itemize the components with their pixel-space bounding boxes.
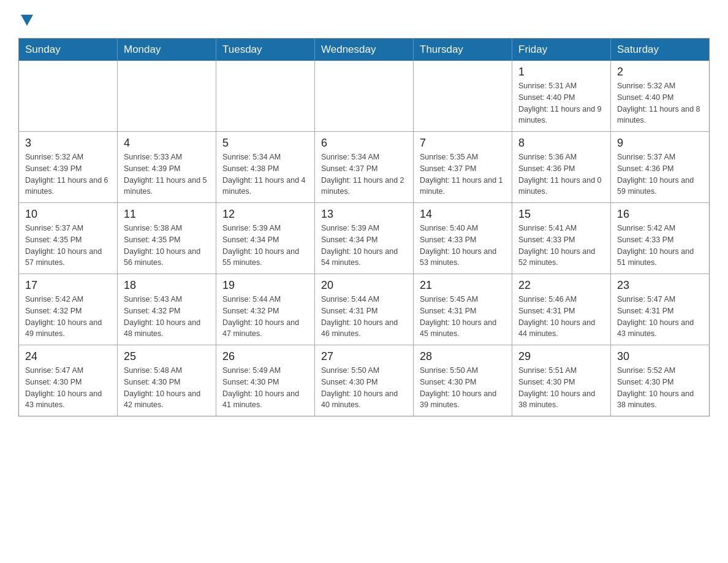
calendar-cell: 15Sunrise: 5:41 AMSunset: 4:33 PMDayligh… [512,203,611,274]
logo [18,12,33,26]
weekday-header-thursday: Thursday [414,39,512,61]
day-info: Sunrise: 5:48 AMSunset: 4:30 PMDaylight:… [124,365,210,411]
calendar-cell: 16Sunrise: 5:42 AMSunset: 4:33 PMDayligh… [611,203,710,274]
calendar-cell: 30Sunrise: 5:52 AMSunset: 4:30 PMDayligh… [611,345,710,416]
day-info: Sunrise: 5:34 AMSunset: 4:38 PMDaylight:… [222,151,308,197]
day-number: 26 [222,350,308,363]
day-number: 3 [25,137,111,150]
day-number: 7 [420,137,506,150]
calendar-cell: 29Sunrise: 5:51 AMSunset: 4:30 PMDayligh… [512,345,611,416]
calendar-cell [19,61,118,132]
calendar-cell: 24Sunrise: 5:47 AMSunset: 4:30 PMDayligh… [19,345,118,416]
day-number: 27 [321,350,407,363]
calendar-cell: 28Sunrise: 5:50 AMSunset: 4:30 PMDayligh… [414,345,512,416]
calendar-cell: 11Sunrise: 5:38 AMSunset: 4:35 PMDayligh… [118,203,216,274]
weekday-header-sunday: Sunday [19,39,118,61]
logo-triangle-icon [21,15,33,26]
calendar-week-row: 10Sunrise: 5:37 AMSunset: 4:35 PMDayligh… [19,203,710,274]
day-number: 6 [321,137,407,150]
calendar-cell: 13Sunrise: 5:39 AMSunset: 4:34 PMDayligh… [315,203,414,274]
calendar-cell: 23Sunrise: 5:47 AMSunset: 4:31 PMDayligh… [611,274,710,345]
day-number: 1 [518,66,604,79]
calendar-cell: 9Sunrise: 5:37 AMSunset: 4:36 PMDaylight… [611,132,710,203]
calendar-cell: 27Sunrise: 5:50 AMSunset: 4:30 PMDayligh… [315,345,414,416]
day-number: 14 [420,208,506,221]
day-info: Sunrise: 5:35 AMSunset: 4:37 PMDaylight:… [420,151,506,197]
day-number: 28 [420,350,506,363]
calendar-cell: 1Sunrise: 5:31 AMSunset: 4:40 PMDaylight… [512,61,611,132]
calendar-cell: 6Sunrise: 5:34 AMSunset: 4:37 PMDaylight… [315,132,414,203]
calendar-cell: 21Sunrise: 5:45 AMSunset: 4:31 PMDayligh… [414,274,512,345]
weekday-header-row: SundayMondayTuesdayWednesdayThursdayFrid… [19,39,710,61]
calendar-cell [216,61,315,132]
calendar-cell: 26Sunrise: 5:49 AMSunset: 4:30 PMDayligh… [216,345,315,416]
day-info: Sunrise: 5:50 AMSunset: 4:30 PMDaylight:… [321,365,407,411]
day-number: 29 [518,350,604,363]
weekday-header-wednesday: Wednesday [315,39,414,61]
calendar-cell [315,61,414,132]
day-number: 22 [518,279,604,292]
weekday-header-monday: Monday [118,39,216,61]
calendar-cell: 4Sunrise: 5:33 AMSunset: 4:39 PMDaylight… [118,132,216,203]
day-number: 20 [321,279,407,292]
calendar-cell: 8Sunrise: 5:36 AMSunset: 4:36 PMDaylight… [512,132,611,203]
calendar-cell [118,61,216,132]
calendar-cell: 17Sunrise: 5:42 AMSunset: 4:32 PMDayligh… [19,274,118,345]
day-info: Sunrise: 5:39 AMSunset: 4:34 PMDaylight:… [321,223,407,269]
calendar-cell: 25Sunrise: 5:48 AMSunset: 4:30 PMDayligh… [118,345,216,416]
day-number: 23 [617,279,703,292]
day-info: Sunrise: 5:31 AMSunset: 4:40 PMDaylight:… [518,80,604,126]
day-number: 2 [617,66,703,79]
day-number: 18 [124,279,210,292]
day-info: Sunrise: 5:37 AMSunset: 4:36 PMDaylight:… [617,151,703,197]
day-info: Sunrise: 5:42 AMSunset: 4:33 PMDaylight:… [617,223,703,269]
day-info: Sunrise: 5:52 AMSunset: 4:30 PMDaylight:… [617,365,703,411]
day-info: Sunrise: 5:51 AMSunset: 4:30 PMDaylight:… [518,365,604,411]
calendar-cell: 7Sunrise: 5:35 AMSunset: 4:37 PMDaylight… [414,132,512,203]
day-number: 4 [124,137,210,150]
day-info: Sunrise: 5:44 AMSunset: 4:32 PMDaylight:… [222,294,308,340]
calendar-cell: 2Sunrise: 5:32 AMSunset: 4:40 PMDaylight… [611,61,710,132]
day-number: 8 [518,137,604,150]
calendar-cell: 14Sunrise: 5:40 AMSunset: 4:33 PMDayligh… [414,203,512,274]
calendar-cell: 3Sunrise: 5:32 AMSunset: 4:39 PMDaylight… [19,132,118,203]
day-number: 9 [617,137,703,150]
day-info: Sunrise: 5:34 AMSunset: 4:37 PMDaylight:… [321,151,407,197]
calendar-cell: 10Sunrise: 5:37 AMSunset: 4:35 PMDayligh… [19,203,118,274]
day-number: 10 [25,208,111,221]
page-header [18,12,710,26]
day-number: 24 [25,350,111,363]
day-number: 30 [617,350,703,363]
day-info: Sunrise: 5:49 AMSunset: 4:30 PMDaylight:… [222,365,308,411]
calendar-cell: 5Sunrise: 5:34 AMSunset: 4:38 PMDaylight… [216,132,315,203]
day-number: 25 [124,350,210,363]
day-number: 12 [222,208,308,221]
day-info: Sunrise: 5:42 AMSunset: 4:32 PMDaylight:… [25,294,111,340]
day-info: Sunrise: 5:50 AMSunset: 4:30 PMDaylight:… [420,365,506,411]
calendar-week-row: 24Sunrise: 5:47 AMSunset: 4:30 PMDayligh… [19,345,710,416]
calendar-week-row: 17Sunrise: 5:42 AMSunset: 4:32 PMDayligh… [19,274,710,345]
day-info: Sunrise: 5:32 AMSunset: 4:39 PMDaylight:… [25,151,111,197]
day-number: 16 [617,208,703,221]
day-info: Sunrise: 5:32 AMSunset: 4:40 PMDaylight:… [617,80,703,126]
calendar-cell [414,61,512,132]
day-number: 13 [321,208,407,221]
day-info: Sunrise: 5:33 AMSunset: 4:39 PMDaylight:… [124,151,210,197]
day-number: 19 [222,279,308,292]
day-info: Sunrise: 5:39 AMSunset: 4:34 PMDaylight:… [222,223,308,269]
calendar-table: SundayMondayTuesdayWednesdayThursdayFrid… [18,38,710,416]
day-number: 5 [222,137,308,150]
weekday-header-saturday: Saturday [611,39,710,61]
day-number: 21 [420,279,506,292]
calendar-week-row: 3Sunrise: 5:32 AMSunset: 4:39 PMDaylight… [19,132,710,203]
weekday-header-friday: Friday [512,39,611,61]
day-info: Sunrise: 5:47 AMSunset: 4:30 PMDaylight:… [25,365,111,411]
day-info: Sunrise: 5:43 AMSunset: 4:32 PMDaylight:… [124,294,210,340]
day-info: Sunrise: 5:41 AMSunset: 4:33 PMDaylight:… [518,223,604,269]
day-number: 17 [25,279,111,292]
calendar-cell: 22Sunrise: 5:46 AMSunset: 4:31 PMDayligh… [512,274,611,345]
day-info: Sunrise: 5:36 AMSunset: 4:36 PMDaylight:… [518,151,604,197]
weekday-header-tuesday: Tuesday [216,39,315,61]
day-info: Sunrise: 5:45 AMSunset: 4:31 PMDaylight:… [420,294,506,340]
calendar-cell: 12Sunrise: 5:39 AMSunset: 4:34 PMDayligh… [216,203,315,274]
